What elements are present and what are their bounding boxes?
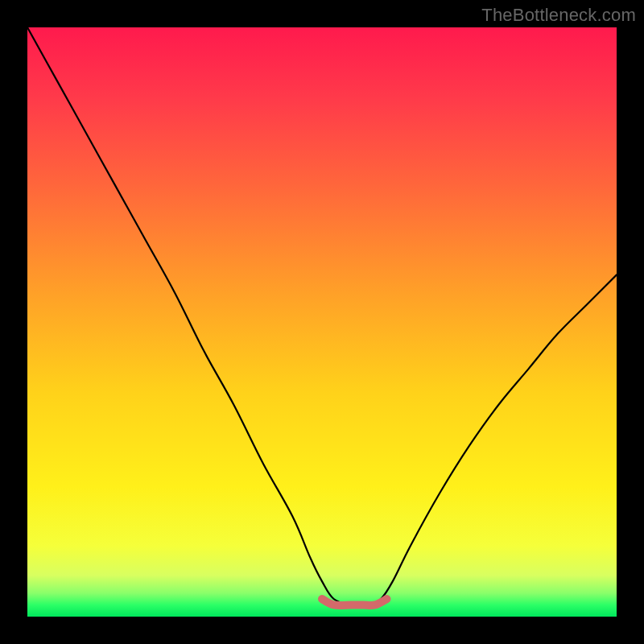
tolerance-band <box>322 599 387 605</box>
curve-layer <box>27 27 617 617</box>
chart-frame: TheBottleneck.com <box>0 0 644 644</box>
bottleneck-curve <box>27 27 617 605</box>
watermark-text: TheBottleneck.com <box>481 5 636 26</box>
plot-area <box>27 27 617 617</box>
